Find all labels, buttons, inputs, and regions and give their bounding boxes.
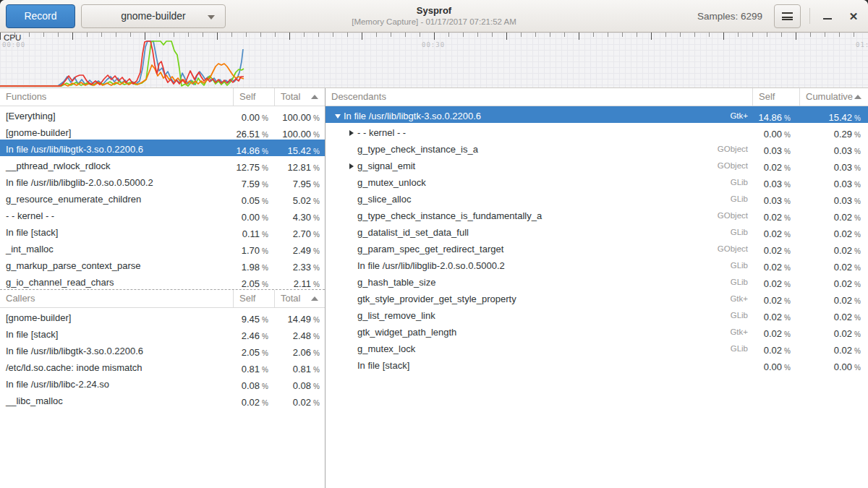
table-row[interactable]: In file /usr/lib/libglib-2.0.so.0.5000.2… bbox=[0, 173, 325, 189]
table-row[interactable]: In file [stack]0.11%2.70% bbox=[0, 223, 325, 239]
functions-table-header: Functions Self Total bbox=[0, 88, 325, 106]
table-row[interactable]: g_mutex_lockGLib0.02%0.02% bbox=[326, 339, 868, 356]
table-row[interactable]: g_type_check_instance_is_aGObject0.03%0.… bbox=[326, 140, 868, 156]
function-name: In file [stack] bbox=[6, 224, 58, 241]
table-row[interactable]: In file /usr/lib/libgtk-3.so.0.2200.62.0… bbox=[0, 341, 325, 358]
category-badge: GLib bbox=[731, 341, 752, 357]
table-row[interactable]: In file /usr/lib/libglib-2.0.so.0.5000.2… bbox=[326, 256, 868, 273]
function-name: _int_malloc bbox=[6, 241, 54, 257]
table-row[interactable]: g_signal_emitGObject0.02%0.03% bbox=[326, 156, 868, 173]
table-row[interactable]: g_datalist_id_set_data_fullGLib0.02%0.02… bbox=[326, 223, 868, 239]
function-name: __pthread_rwlock_rdlock bbox=[6, 158, 111, 174]
function-name: In file /usr/lib/libgtk-3.so.0.2200.6 bbox=[6, 141, 143, 158]
time-tick-end: 01:00 bbox=[856, 41, 868, 48]
table-row[interactable]: In file /usr/lib/libc-2.24.so0.08%0.08% bbox=[0, 374, 325, 391]
expander-right-icon[interactable] bbox=[345, 163, 357, 169]
expander-right-icon[interactable] bbox=[345, 130, 357, 136]
page-title: Sysprof bbox=[417, 5, 451, 17]
table-row[interactable]: gtk_style_provider_get_style_propertyGtk… bbox=[326, 289, 868, 306]
table-row[interactable]: In file /usr/lib/libgtk-3.so.0.2200.614.… bbox=[0, 140, 325, 156]
column-header-descendants[interactable]: Descendants bbox=[326, 88, 752, 106]
function-name: In file /usr/lib/libgtk-3.so.0.2200.6 bbox=[344, 108, 481, 124]
time-tick-mid: 00:30 bbox=[422, 41, 445, 48]
table-row[interactable]: g_markup_parse_context_parse1.98%2.33% bbox=[0, 256, 325, 273]
function-name: g_slice_alloc bbox=[357, 191, 411, 207]
table-row[interactable]: - - kernel - -0.00%0.29% bbox=[326, 123, 868, 140]
sort-ascending-icon bbox=[311, 296, 318, 301]
process-dropdown[interactable]: gnome-builder bbox=[81, 4, 226, 28]
function-name: In file /usr/lib/libc-2.24.so bbox=[6, 376, 109, 393]
category-badge: GLib bbox=[731, 274, 752, 291]
process-dropdown-value: gnome-builder bbox=[121, 10, 186, 22]
samples-count: Samples: 6299 bbox=[697, 11, 762, 22]
column-header-total[interactable]: Total bbox=[274, 290, 325, 307]
category-badge: Gtk+ bbox=[730, 324, 752, 341]
category-badge: GLib bbox=[731, 174, 752, 191]
column-header-cumulative[interactable]: Cumulative bbox=[799, 88, 868, 106]
capture-subtitle: [Memory Capture] - 01/17/2017 07:21:52 A… bbox=[352, 17, 516, 27]
table-row[interactable]: In file [stack]0.00%0.00% bbox=[326, 356, 868, 372]
close-icon: ✕ bbox=[849, 11, 859, 22]
function-name: g_mutex_unlock bbox=[357, 174, 426, 191]
sort-ascending-icon bbox=[311, 95, 318, 99]
category-badge: GLib bbox=[731, 307, 752, 324]
category-badge: GObject bbox=[718, 158, 752, 174]
table-row[interactable]: /etc/ld.so.cache: inode mismatch0.81%0.8… bbox=[0, 358, 325, 374]
self-percent-value: 0.02% bbox=[233, 391, 274, 411]
expander-down-icon[interactable] bbox=[331, 114, 344, 119]
table-row[interactable]: __libc_malloc0.02%0.02% bbox=[0, 391, 325, 408]
table-row[interactable]: In file /usr/lib/libgtk-3.so.0.2200.6Gtk… bbox=[326, 106, 868, 123]
column-header-self[interactable]: Self bbox=[233, 88, 274, 106]
titlebar: Record gnome-builder Sysprof [Memory Cap… bbox=[0, 0, 868, 33]
descendants-table-header: Descendants Self Cumulative bbox=[326, 88, 868, 106]
cpu-timeline-graph[interactable]: CPU 00:00 00:30 01:00 bbox=[0, 33, 868, 88]
column-header-total[interactable]: Total bbox=[274, 88, 325, 106]
function-name: In file /usr/lib/libglib-2.0.so.0.5000.2 bbox=[6, 174, 153, 191]
callers-table: Callers Self Total [gnome-builder]9.45%1… bbox=[0, 290, 325, 408]
table-row[interactable]: gtk_widget_path_lengthGtk+0.02%0.02% bbox=[326, 322, 868, 339]
function-name: g_type_check_instance_is_fundamentally_a bbox=[357, 207, 542, 224]
sort-ascending-icon bbox=[854, 95, 861, 99]
table-row[interactable]: _int_malloc1.70%2.49% bbox=[0, 239, 325, 256]
record-button[interactable]: Record bbox=[6, 4, 75, 28]
table-row[interactable]: g_param_spec_get_redirect_targetGObject0… bbox=[326, 239, 868, 256]
column-header-functions[interactable]: Functions bbox=[0, 88, 233, 106]
table-row[interactable]: g_io_channel_read_chars2.05%2.11% bbox=[0, 273, 325, 289]
function-name: In file [stack] bbox=[357, 357, 409, 374]
function-name: g_list_remove_link bbox=[357, 307, 435, 324]
category-badge: Gtk+ bbox=[730, 291, 752, 307]
close-button[interactable]: ✕ bbox=[843, 6, 864, 26]
chevron-down-icon bbox=[208, 15, 215, 20]
sysprof-window: Record gnome-builder Sysprof [Memory Cap… bbox=[0, 0, 868, 488]
table-row[interactable]: g_slice_allocGLib0.03%0.03% bbox=[326, 189, 868, 206]
descendants-rows: In file /usr/lib/libgtk-3.so.0.2200.6Gtk… bbox=[326, 106, 868, 372]
table-row[interactable]: [Everything]0.00%100.00% bbox=[0, 106, 325, 123]
table-row[interactable]: g_resource_enumerate_children0.05%5.02% bbox=[0, 189, 325, 206]
function-name: __libc_malloc bbox=[6, 393, 63, 409]
table-row[interactable]: [gnome-builder]26.51%100.00% bbox=[0, 123, 325, 140]
table-row[interactable]: __pthread_rwlock_rdlock12.75%12.81% bbox=[0, 156, 325, 173]
functions-table: Functions Self Total [Everything]0.00%10… bbox=[0, 88, 325, 290]
function-name-cell: In file [stack] bbox=[326, 356, 752, 375]
column-header-self[interactable]: Self bbox=[233, 290, 274, 307]
column-header-self[interactable]: Self bbox=[752, 88, 799, 106]
function-name: In file /usr/lib/libglib-2.0.so.0.5000.2 bbox=[357, 257, 505, 274]
column-header-callers[interactable]: Callers bbox=[0, 290, 233, 307]
callers-rows: [gnome-builder]9.45%14.49%In file [stack… bbox=[0, 308, 325, 408]
table-row[interactable]: g_hash_table_sizeGLib0.02%0.02% bbox=[326, 273, 868, 289]
minimize-button[interactable] bbox=[817, 6, 838, 26]
total-percent-value: 0.00% bbox=[799, 356, 868, 375]
category-badge: GLib bbox=[731, 191, 752, 207]
table-row[interactable]: g_mutex_unlockGLib0.03%0.03% bbox=[326, 173, 868, 189]
table-row[interactable]: In file [stack]2.46%2.48% bbox=[0, 325, 325, 341]
right-pane: Descendants Self Cumulative In file /usr… bbox=[326, 88, 868, 488]
functions-rows: [Everything]0.00%100.00%[gnome-builder]2… bbox=[0, 106, 325, 289]
function-name: - - kernel - - bbox=[6, 207, 54, 224]
table-row[interactable]: [gnome-builder]9.45%14.49% bbox=[0, 308, 325, 325]
table-row[interactable]: - - kernel - -0.00%4.30% bbox=[0, 206, 325, 223]
table-row[interactable]: g_type_check_instance_is_fundamentally_a… bbox=[326, 206, 868, 223]
menu-button[interactable] bbox=[774, 4, 801, 28]
function-name: g_mutex_lock bbox=[357, 341, 415, 357]
table-row[interactable]: g_list_remove_linkGLib0.02%0.02% bbox=[326, 306, 868, 322]
hamburger-icon bbox=[782, 12, 793, 20]
